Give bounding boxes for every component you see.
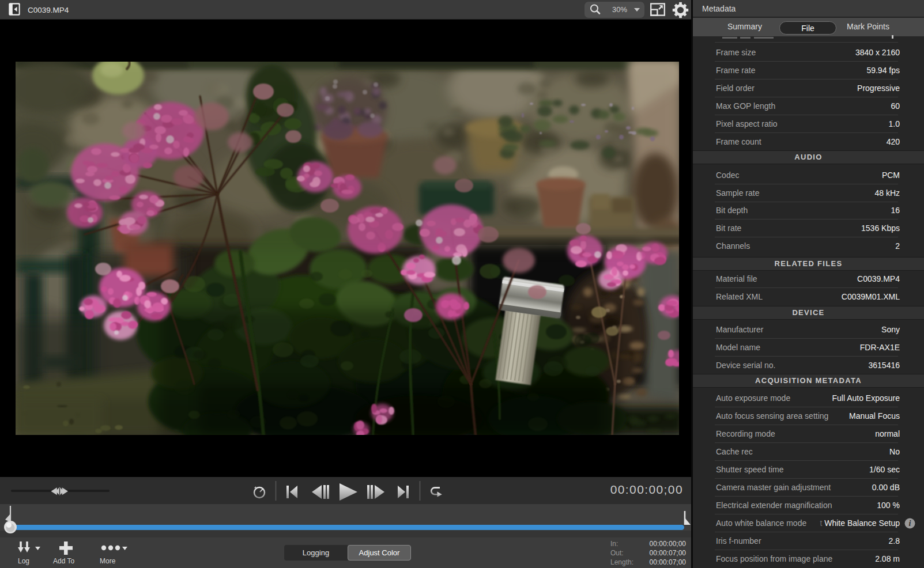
svg-text:i: i [909,519,911,528]
